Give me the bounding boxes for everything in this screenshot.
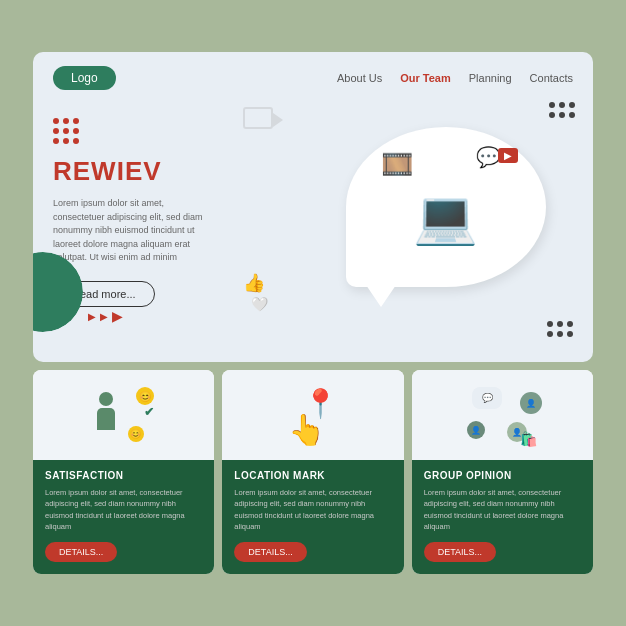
arrows-decoration: ▶ ▶ ▶ xyxy=(88,308,123,324)
hero-body-text: Lorem ipsum dolor sit amet, consectetuer… xyxy=(53,197,213,265)
person-body xyxy=(97,408,115,430)
group-icon-area: 💬 👤 👤 👤 🛍️ xyxy=(412,370,593,460)
nav-planning[interactable]: Planning xyxy=(469,72,512,84)
satisfaction-illustration: 😊 😊 ✔ xyxy=(89,387,159,447)
location-details-button[interactable]: DETAILS... xyxy=(234,542,306,562)
feature-cards: 😊 😊 ✔ SATISFACTION Lorem ipsum dolor sit… xyxy=(33,370,593,574)
satisfaction-details-button[interactable]: DETAILS... xyxy=(45,542,117,562)
group-chat-bubble: 💬 xyxy=(472,387,502,409)
like-heart-decoration: 👍 🤍 xyxy=(243,272,268,312)
satisfaction-icon-area: 😊 😊 ✔ xyxy=(33,370,214,460)
group-text: Lorem ipsum dolor sit amet, consectetuer… xyxy=(424,487,581,532)
location-illustration: 📍 👆 xyxy=(278,387,348,447)
location-card: 📍 👆 LOCATION MARK Lorem ipsum dolor sit … xyxy=(222,370,403,574)
location-icon-area: 📍 👆 xyxy=(222,370,403,460)
person-figure xyxy=(94,392,118,432)
top-right-dots xyxy=(549,102,575,118)
nav-contacts[interactable]: Contacts xyxy=(530,72,573,84)
main-container: Logo About Us Our Team Planning Contacts… xyxy=(33,52,593,574)
bag-icon: 🛍️ xyxy=(520,431,537,447)
satisfaction-body: SATISFACTION Lorem ipsum dolor sit amet,… xyxy=(33,460,214,574)
avatar-3: 👤 xyxy=(467,421,485,439)
heart-icon: 🤍 xyxy=(251,296,268,312)
arrow-icon-3: ▶ xyxy=(112,308,123,324)
group-illustration: 💬 👤 👤 👤 🛍️ xyxy=(462,387,542,447)
satisfaction-text: Lorem ipsum dolor sit amet, consectetuer… xyxy=(45,487,202,532)
smiley-bubble-2: 😊 xyxy=(128,426,144,442)
satisfaction-card: 😊 😊 ✔ SATISFACTION Lorem ipsum dolor sit… xyxy=(33,370,214,574)
group-body: GROUP OPINION Lorem ipsum dolor sit amet… xyxy=(412,460,593,574)
video-camera-decoration xyxy=(243,107,273,129)
group-card: 💬 👤 👤 👤 🛍️ GROUP OPINION Lorem ipsum dol… xyxy=(412,370,593,574)
avatar-1: 👤 xyxy=(520,392,542,414)
arrow-icon-2: ▶ xyxy=(100,311,108,322)
group-details-button[interactable]: DETAILS... xyxy=(424,542,496,562)
nav-links: About Us Our Team Planning Contacts xyxy=(337,72,573,84)
logo-button[interactable]: Logo xyxy=(53,66,116,90)
nav-team[interactable]: Our Team xyxy=(400,72,451,84)
person-head xyxy=(99,392,113,406)
laptop-icon: 💻 xyxy=(413,187,478,248)
film-reel-icon: 🎞️ xyxy=(381,149,413,180)
smiley-bubble-1: 😊 xyxy=(136,387,154,405)
hero-title: REWIEV xyxy=(53,156,308,187)
satisfaction-title: SATISFACTION xyxy=(45,470,202,481)
hero-illustration: 💬 🎞️ ▶ 💻 xyxy=(318,108,573,307)
nav-about[interactable]: About Us xyxy=(337,72,382,84)
check-mark-icon: ✔ xyxy=(144,405,154,419)
hero-content: REWIEV Lorem ipsum dolor sit amet, conse… xyxy=(33,98,593,327)
location-body: LOCATION MARK Lorem ipsum dolor sit amet… xyxy=(222,460,403,574)
location-title: LOCATION MARK xyxy=(234,470,391,481)
play-button-icon: ▶ xyxy=(498,145,518,163)
hand-pointing-icon: 👆 xyxy=(288,412,325,447)
thumbs-up-icon: 👍 xyxy=(243,272,268,294)
location-text: Lorem ipsum dolor sit amet, consectetuer… xyxy=(234,487,391,532)
arrow-icon-1: ▶ xyxy=(88,311,96,322)
hero-card: Logo About Us Our Team Planning Contacts… xyxy=(33,52,593,362)
hero-left: REWIEV Lorem ipsum dolor sit amet, conse… xyxy=(53,108,318,307)
navbar: Logo About Us Our Team Planning Contacts xyxy=(33,52,593,98)
speech-bubble: 💬 🎞️ ▶ 💻 xyxy=(346,127,546,287)
bottom-right-dots xyxy=(547,321,573,337)
group-title: GROUP OPINION xyxy=(424,470,581,481)
